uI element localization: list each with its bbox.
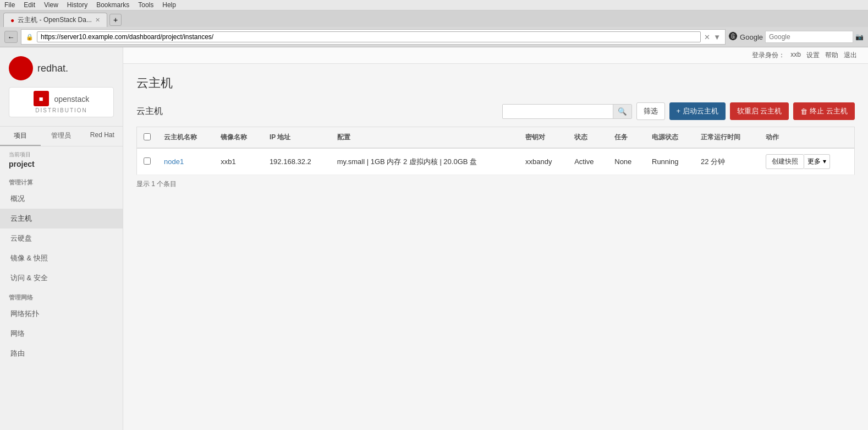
search-box: 🔍 [502,104,632,119]
col-task: 任务 [608,127,645,149]
table-header-row: 云主机名称 镜像名称 IP 地址 配置 密钥对 状态 任务 电源状态 正常运行时… [137,127,855,149]
browser-tab[interactable]: ● 云主机 - OpenStack Da... ✕ [3,13,107,27]
sidebar-item-overview[interactable]: 概况 [0,189,123,209]
row-task: None [614,157,631,166]
menu-edit[interactable]: Edit [24,1,35,9]
distribution-text: DISTRIBUTION [16,107,107,113]
instance-name-link[interactable]: node1 [164,157,184,166]
sidebar-tabs: 项目 管理员 Red Hat [0,127,123,146]
create-snapshot-button[interactable]: 创建快照 [766,154,804,169]
col-actions: 动作 [759,127,854,149]
tab-bar: ● 云主机 - OpenStack Da... ✕ + [0,10,868,27]
row-image-cell: xxb1 [214,148,263,175]
back-button[interactable]: ← [4,31,18,43]
menu-bar: File Edit View History Bookmarks Tools H… [0,0,868,10]
row-status-cell: Active [568,148,608,175]
new-tab-button[interactable]: + [109,14,122,26]
menu-file[interactable]: File [4,1,15,9]
help-link[interactable]: 帮助 [825,51,838,60]
row-count-label: 显示 1 个条目 [136,180,177,188]
settings-link[interactable]: 设置 [806,51,820,60]
search-bar: 🅖 Google 📷 [729,31,864,43]
sidebar-item-instances[interactable]: 云主机 [0,209,123,228]
search-input[interactable] [503,105,613,118]
col-name: 云主机名称 [157,127,214,149]
row-image: xxb1 [221,157,235,166]
row-checkbox-cell [137,148,158,175]
row-name-cell: node1 [157,148,214,175]
go-button[interactable]: ▼ [713,33,721,41]
app-layout: redhat. ■ openstack DISTRIBUTION 项目 管理员 … [0,47,868,430]
table-row: node1 xxb1 192.168.32.2 my.small | 1GB 内… [137,148,855,175]
instances-header: 云主机 🔍 筛选 + 启动云主机 软重启 云主机 🗑 终止 云主机 [136,102,855,120]
refresh-button[interactable]: ✕ [704,33,710,41]
row-task-cell: None [608,148,645,175]
col-status: 状态 [568,127,608,149]
section-network-label: 管理网络 [0,288,123,304]
url-input[interactable] [37,31,701,42]
sidebar-item-topology[interactable]: 网络拓扑 [0,304,123,324]
search-icon: 🔍 [618,107,627,116]
sidebar-item-images[interactable]: 镜像 & 快照 [0,248,123,268]
col-flavor: 配置 [331,127,519,149]
svg-point-2 [18,63,24,69]
lock-icon: 🔒 [26,34,34,41]
address-bar: 🔒 ✕ ▼ [21,29,726,45]
soft-reboot-button[interactable]: 软重启 云主机 [730,102,789,120]
menu-history[interactable]: History [67,1,87,9]
col-keypair: 密钥对 [519,127,568,149]
sidebar-logo: redhat. ■ openstack DISTRIBUTION [0,47,123,127]
trash-icon: 🗑 [800,107,807,116]
content-area: 云主机 云主机 🔍 筛选 + 启动云主机 软重启 云主机 🗑 终止 [123,64,868,204]
table-footer: 显示 1 个条目 [136,175,855,193]
sidebar-tab-redhat[interactable]: Red Hat [82,127,123,146]
sidebar-item-networks[interactable]: 网络 [0,324,123,344]
row-actions-cell: 创建快照 更多 ▾ [759,148,854,175]
current-project-name: project [0,160,123,173]
row-uptime-cell: 22 分钟 [694,148,759,175]
username-link[interactable]: xxb [790,51,801,60]
row-power: Running [652,157,678,166]
filter-button[interactable]: 筛选 [636,102,665,120]
search-button[interactable]: 🔍 [613,105,631,118]
row-checkbox[interactable] [144,157,151,165]
menu-view[interactable]: View [44,1,58,9]
main-content: 登录身份： xxb 设置 帮助 退出 云主机 云主机 🔍 筛选 + 启动云主 [123,47,868,430]
row-flavor: my.small | 1GB 内存 2 虚拟内核 | 20.0GB 盘 [337,157,477,166]
row-ip: 192.168.32.2 [270,157,311,166]
col-power: 电源状态 [645,127,694,149]
browser-search-input[interactable] [765,31,853,43]
sidebar-tab-project[interactable]: 项目 [0,127,41,146]
section-compute-label: 管理计算 [0,173,123,189]
sidebar-item-volumes[interactable]: 云硬盘 [0,228,123,248]
terminate-button[interactable]: 🗑 终止 云主机 [793,102,855,120]
row-flavor-cell: my.small | 1GB 内存 2 虚拟内核 | 20.0GB 盘 [331,148,519,175]
row-more-label: 更多 [807,157,821,165]
menu-bookmarks[interactable]: Bookmarks [96,1,129,9]
redhat-svg [13,61,29,76]
sidebar: redhat. ■ openstack DISTRIBUTION 项目 管理员 … [0,47,123,430]
openstack-logo: ■ openstack DISTRIBUTION [9,87,114,117]
openstack-icon: ■ [34,91,49,106]
tab-title: 云主机 - OpenStack Da... [18,15,92,25]
page-title: 云主机 [136,75,855,91]
more-actions-button[interactable]: 更多 ▾ [804,154,829,169]
select-all-checkbox[interactable] [144,133,151,140]
current-project-label: 当前项目 [0,146,123,160]
menu-help[interactable]: Help [162,1,176,9]
logout-link[interactable]: 退出 [844,51,857,60]
instances-section-title: 云主机 [136,106,163,117]
redhat-text: redhat. [37,63,68,74]
sidebar-item-routers[interactable]: 路由 [0,344,123,363]
dropdown-chevron-icon: ▾ [823,157,826,165]
top-bar: 登录身份： xxb 设置 帮助 退出 [123,47,868,64]
col-uptime: 正常运行时间 [694,127,759,149]
action-group: 创建快照 更多 ▾ [766,154,848,169]
status-badge: Active [574,157,594,166]
redhat-icon [9,56,33,80]
menu-tools[interactable]: Tools [138,1,153,9]
sidebar-item-access[interactable]: 访问 & 安全 [0,268,123,288]
sidebar-tab-admin[interactable]: 管理员 [41,127,81,146]
launch-instance-button[interactable]: + 启动云主机 [669,102,726,120]
redhat-logo: redhat. [9,56,114,80]
